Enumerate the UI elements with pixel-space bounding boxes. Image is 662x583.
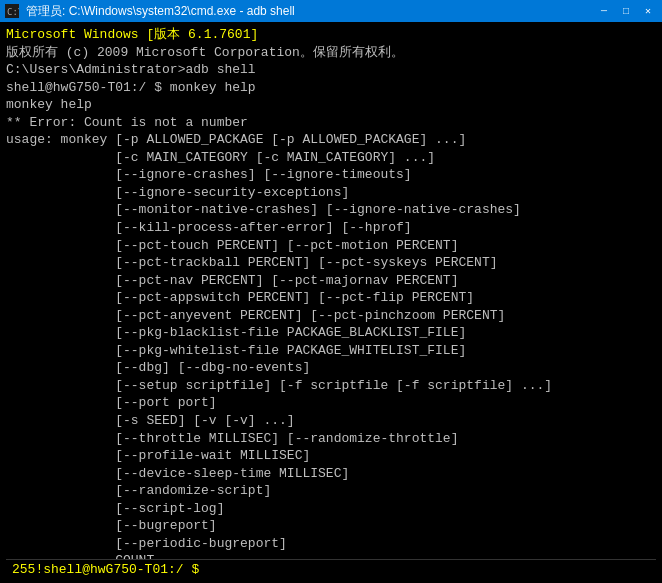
titlebar-left: C:\ 管理员: C:\Windows\system32\cmd.exe - a… [4, 3, 295, 20]
terminal-line: COUNT [6, 552, 656, 559]
terminal-line: [--pkg-whitelist-file PACKAGE_WHITELIST_… [6, 342, 656, 360]
terminal-line: [--periodic-bugreport] [6, 535, 656, 553]
terminal-line: [--monitor-native-crashes] [--ignore-nat… [6, 201, 656, 219]
terminal-window: Microsoft Windows [版本 6.1.7601]版权所有 (c) … [0, 22, 662, 583]
svg-text:C:\: C:\ [7, 7, 19, 17]
terminal-line: monkey help [6, 96, 656, 114]
terminal-line: [--pct-touch PERCENT] [--pct-motion PERC… [6, 237, 656, 255]
terminal-line: [--pkg-blacklist-file PACKAGE_BLACKLIST_… [6, 324, 656, 342]
window-title: 管理员: C:\Windows\system32\cmd.exe - adb s… [26, 3, 295, 20]
titlebar-buttons: ─ □ ✕ [594, 3, 658, 19]
terminal-line: [--dbg] [--dbg-no-events] [6, 359, 656, 377]
terminal-line: [--randomize-script] [6, 482, 656, 500]
terminal-line: [--pct-trackball PERCENT] [--pct-syskeys… [6, 254, 656, 272]
terminal-line: ** Error: Count is not a number [6, 114, 656, 132]
terminal-line: [-s SEED] [-v [-v] ...] [6, 412, 656, 430]
terminal-line: [--kill-process-after-error] [--hprof] [6, 219, 656, 237]
terminal-line: [--ignore-security-exceptions] [6, 184, 656, 202]
terminal-line: [--ignore-crashes] [--ignore-timeouts] [6, 166, 656, 184]
terminal-line: [--pct-anyevent PERCENT] [--pct-pinchzoo… [6, 307, 656, 325]
maximize-button[interactable]: □ [616, 3, 636, 19]
terminal-line: [--port port] [6, 394, 656, 412]
terminal-line: [--pct-appswitch PERCENT] [--pct-flip PE… [6, 289, 656, 307]
close-button[interactable]: ✕ [638, 3, 658, 19]
terminal-line: [--bugreport] [6, 517, 656, 535]
terminal-line: [-c MAIN_CATEGORY [-c MAIN_CATEGORY] ...… [6, 149, 656, 167]
terminal-line: usage: monkey [-p ALLOWED_PACKAGE [-p AL… [6, 131, 656, 149]
terminal-line: [--script-log] [6, 500, 656, 518]
terminal-line: C:\Users\Administrator>adb shell [6, 61, 656, 79]
terminal-output: Microsoft Windows [版本 6.1.7601]版权所有 (c) … [6, 26, 656, 559]
terminal-line: [--pct-nav PERCENT] [--pct-majornav PERC… [6, 272, 656, 290]
terminal-line: [--profile-wait MILLISEC] [6, 447, 656, 465]
terminal-line: shell@hwG750-T01:/ $ monkey help [6, 79, 656, 97]
status-bar: 255!shell@hwG750-T01:/ $ [6, 559, 656, 579]
cmd-icon: C:\ [4, 3, 20, 19]
terminal-line: 版权所有 (c) 2009 Microsoft Corporation。保留所有… [6, 44, 656, 62]
terminal-line: [--throttle MILLISEC] [--randomize-throt… [6, 430, 656, 448]
terminal-line: Microsoft Windows [版本 6.1.7601] [6, 26, 656, 44]
titlebar: C:\ 管理员: C:\Windows\system32\cmd.exe - a… [0, 0, 662, 22]
minimize-button[interactable]: ─ [594, 3, 614, 19]
terminal-line: [--device-sleep-time MILLISEC] [6, 465, 656, 483]
terminal-line: [--setup scriptfile] [-f scriptfile [-f … [6, 377, 656, 395]
